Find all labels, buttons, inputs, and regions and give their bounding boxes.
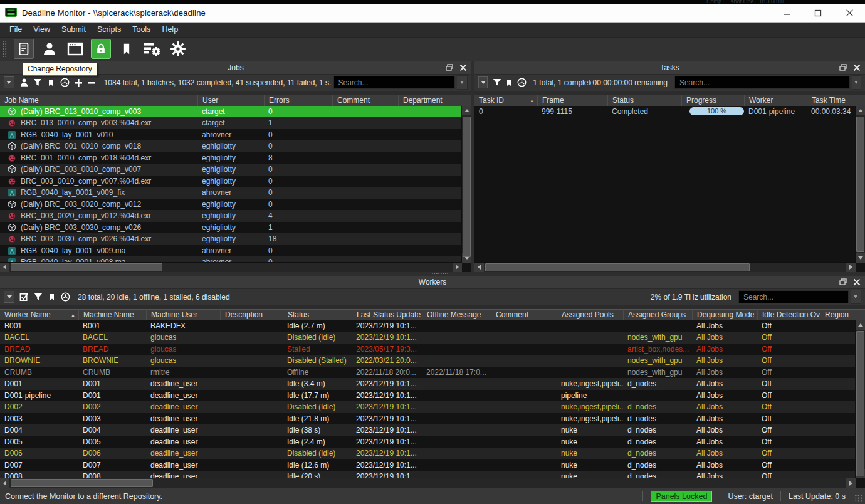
job-row[interactable]: BRC_003_0030_comp_v026.%04d.exreghigliot… — [0, 233, 471, 245]
worker-row[interactable]: B001B001BAKEDFXIdle (2.7 m)2023/12/19 10… — [0, 320, 865, 332]
workers-vertical-scrollbar[interactable] — [855, 320, 865, 478]
scrollbar-thumb[interactable] — [11, 263, 162, 271]
jobs-horizontal-scrollbar[interactable] — [0, 262, 462, 272]
maximize-button[interactable] — [802, 5, 834, 21]
close-panel-icon[interactable] — [852, 63, 862, 72]
job-row[interactable]: BRC_003_0010_comp_v007.%04d.exreghigliot… — [0, 176, 471, 187]
scrollbar-thumb[interactable] — [485, 263, 750, 271]
close-panel-icon[interactable] — [458, 63, 468, 72]
menu-tools[interactable]: Tools — [127, 24, 156, 35]
menu-view[interactable]: View — [28, 24, 56, 35]
minimize-button[interactable] — [771, 5, 802, 21]
scroll-down-button[interactable] — [856, 253, 865, 263]
column-header-job-name[interactable]: Job Name — [0, 95, 197, 106]
column-header-comment[interactable]: Comment — [332, 95, 398, 106]
checkbox-filter-icon[interactable] — [18, 291, 30, 303]
column-header-status[interactable]: Status — [283, 309, 352, 320]
tasks-dropdown-button[interactable] — [478, 76, 488, 88]
float-panel-icon[interactable] — [444, 63, 454, 72]
column-header-department[interactable]: Department — [398, 95, 471, 106]
column-header-description[interactable]: Description — [220, 309, 283, 320]
jobs-search-input[interactable] — [333, 76, 456, 89]
filter-funnel-icon[interactable] — [31, 76, 43, 88]
worker-row[interactable]: D003D003deadline_userIdle (21.8 m)2023/1… — [0, 413, 865, 425]
scroll-up-button[interactable] — [856, 320, 865, 330]
tasks-panel-header[interactable]: Tasks — [474, 61, 865, 75]
user-settings-button[interactable] — [39, 39, 60, 59]
menu-file[interactable]: File — [4, 24, 28, 35]
tasks-vertical-scrollbar[interactable] — [855, 106, 865, 263]
menu-help[interactable]: Help — [156, 24, 184, 35]
float-panel-icon[interactable] — [838, 278, 848, 286]
worker-row[interactable]: D001-pipelineD001deadline_userIdle (17.7… — [0, 390, 865, 402]
job-row[interactable]: BRC_001_0010_comp_v018.%04d.exreghigliot… — [0, 152, 471, 164]
time-filter-icon[interactable] — [60, 291, 71, 303]
column-header-machine-user[interactable]: Machine User — [146, 309, 220, 320]
tasks-horizontal-scrollbar[interactable] — [474, 262, 856, 272]
scrollbar-thumb[interactable] — [463, 117, 471, 257]
job-row[interactable]: (Daily) BRC_003_0010_comp_v007eghigliott… — [0, 164, 471, 176]
workers-search-input[interactable] — [738, 290, 849, 303]
column-header-worker[interactable]: Worker — [744, 95, 807, 106]
title-bar[interactable]: Deadline Monitor - \\spicerack\spicerack… — [0, 4, 865, 23]
job-row[interactable]: RGB_0040_lay_0001_v009.maahrovner0 — [0, 245, 471, 257]
scroll-left-button[interactable] — [0, 263, 9, 272]
lock-panels-button[interactable] — [91, 39, 111, 59]
jobs-search-dropdown[interactable] — [457, 75, 468, 90]
new-panel-button[interactable] — [65, 39, 85, 59]
column-header-errors[interactable]: Errors — [264, 95, 332, 106]
scroll-left-button[interactable] — [0, 478, 9, 488]
column-header-progress[interactable]: Progress — [681, 95, 744, 106]
worker-row[interactable]: D006D006deadline_userDisabled (Idle)2023… — [0, 448, 865, 459]
job-row[interactable]: BRC_013_0010_comp_v003.%04d.exrctarget1 — [0, 117, 471, 129]
column-header-task-id[interactable]: Task ID▲ — [474, 95, 537, 106]
column-header-task-time[interactable]: Task Time — [807, 95, 865, 106]
filter-funnel-icon[interactable] — [32, 291, 44, 303]
close-button[interactable] — [834, 5, 865, 21]
column-header-offline-message[interactable]: Offline Message — [422, 309, 491, 320]
worker-row[interactable]: BAGELBAGELgloucasDisabled (Idle)2023/12/… — [0, 332, 865, 344]
column-header-status[interactable]: Status — [607, 95, 681, 106]
workers-search-dropdown[interactable] — [851, 290, 861, 304]
column-header-worker-name[interactable]: Worker Name▲ — [0, 309, 78, 320]
scroll-right-button[interactable] — [846, 263, 856, 272]
close-panel-icon[interactable] — [852, 278, 862, 286]
workers-dropdown-button[interactable] — [4, 291, 14, 303]
float-panel-icon[interactable] — [838, 63, 848, 72]
toolbar-grip[interactable] — [3, 40, 7, 58]
scroll-up-button[interactable] — [462, 106, 471, 115]
column-header-machine-name[interactable]: Machine Name — [78, 309, 146, 320]
column-header-assigned-pools[interactable]: Assigned Pools — [557, 309, 623, 320]
worker-row[interactable]: CRUMBCRUMBrmitreOffline2022/11/18 20:0..… — [0, 367, 865, 379]
bookmark-filter-icon[interactable] — [45, 76, 57, 88]
filter-funnel-icon[interactable] — [491, 76, 502, 88]
worker-row[interactable]: D005D005deadline_userIdle (2.4 m)2023/12… — [0, 436, 865, 448]
tasks-search-dropdown[interactable] — [852, 75, 861, 90]
scrollbar-thumb[interactable] — [856, 117, 864, 252]
change-repository-button[interactable] — [14, 39, 34, 59]
worker-row[interactable]: BREADBREADgloucasStalled2023/05/17 19:3.… — [0, 344, 865, 355]
column-header-user[interactable]: User — [197, 95, 264, 106]
job-row[interactable]: RGB_0040_lay_0001_v009_fixahrovner0 — [0, 187, 471, 199]
column-header-idle-detection-overr[interactable]: Idle Detection Overr — [757, 309, 820, 320]
menu-submit[interactable]: Submit — [56, 24, 92, 35]
jobs-dropdown-button[interactable] — [4, 76, 14, 88]
scroll-right-button[interactable] — [846, 478, 856, 488]
menu-scripts[interactable]: Scripts — [92, 24, 127, 35]
resize-grip[interactable] — [854, 494, 863, 503]
bookmark-filter-icon[interactable] — [46, 291, 58, 303]
collapse-all-icon[interactable] — [86, 76, 98, 88]
jobs-vertical-scrollbar[interactable] — [461, 106, 471, 263]
worker-row[interactable]: BROWNIEBROWNIEgloucasDisabled (Stalled)2… — [0, 355, 865, 367]
expand-all-icon[interactable] — [72, 76, 84, 88]
bookmarks-button[interactable] — [117, 39, 137, 59]
worker-row[interactable]: D002D002deadline_userDisabled (Idle)2023… — [0, 401, 865, 413]
job-row[interactable]: (Daily) BRC_001_0010_comp_v018eghigliott… — [0, 140, 471, 152]
settings-gear-button[interactable] — [168, 39, 188, 59]
column-header-last-status-update[interactable]: Last Status Update — [352, 309, 422, 320]
job-row[interactable]: RGB_0040_lay_0001_v010ahrovner0 — [0, 129, 471, 141]
worker-row[interactable]: D007D007deadline_userIdle (12.6 m)2023/1… — [0, 459, 865, 471]
workers-panel-header[interactable]: Workers — [0, 276, 865, 289]
column-header-comment[interactable]: Comment — [491, 309, 557, 320]
tasks-search-input[interactable] — [674, 76, 850, 89]
